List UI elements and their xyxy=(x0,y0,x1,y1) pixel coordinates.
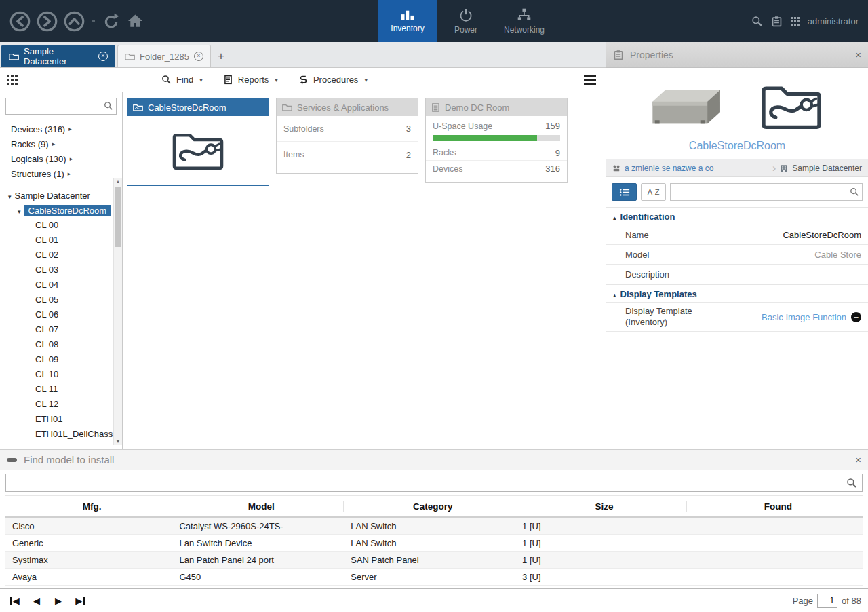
tab-networking[interactable]: Networking xyxy=(495,0,553,42)
card-services-applications[interactable]: Services & Applications Subfolders 3 Ite… xyxy=(276,98,418,174)
catalog-grid-button[interactable] xyxy=(7,75,18,85)
column-header-mfg[interactable]: Mfg. xyxy=(5,501,172,512)
tasks-button[interactable] xyxy=(771,16,783,27)
tree-node-root[interactable]: Sample Datacenter xyxy=(0,188,122,203)
tab-power[interactable]: Power xyxy=(437,0,495,42)
object-icon xyxy=(612,164,620,172)
sidebar-item-devices[interactable]: Devices (316) xyxy=(0,121,122,136)
new-tab-button[interactable] xyxy=(213,47,229,65)
properties-search-input[interactable] xyxy=(670,183,863,201)
alphabetical-view-button[interactable]: A-Z xyxy=(641,183,666,201)
remove-template-icon[interactable] xyxy=(851,312,861,322)
model-table-header: Mfg. Model Category Size Found xyxy=(5,496,863,518)
refresh-button[interactable] xyxy=(102,12,121,31)
table-row[interactable]: Avaya G450 Server 3 [U] xyxy=(5,569,863,586)
reports-menu[interactable]: Reports xyxy=(223,75,278,85)
power-icon xyxy=(458,7,473,22)
tree-item[interactable]: CL 10 xyxy=(0,367,122,382)
user-menu[interactable]: administrator xyxy=(808,16,859,26)
back-button[interactable] xyxy=(9,11,31,32)
table-row[interactable]: Cisco Catalyst WS-2960S-24TS- LAN Switch… xyxy=(5,518,863,535)
page-number-input[interactable] xyxy=(817,594,837,608)
stat-value: 3 xyxy=(406,123,411,134)
tab-inventory[interactable]: Inventory xyxy=(378,0,437,42)
sidebar-item-racks[interactable]: Racks (9) xyxy=(0,136,122,151)
display-template-link[interactable]: Basic Image Function xyxy=(762,312,846,322)
up-button[interactable] xyxy=(64,11,85,32)
card-demo-dc-room[interactable]: Demo DC Room U-Space Usage 159 Racks 9 D… xyxy=(425,98,568,183)
section-identification[interactable]: Identification xyxy=(606,207,868,225)
grouped-view-button[interactable] xyxy=(612,183,637,201)
table-row[interactable]: Systimax Lan Patch Panel 24 port SAN Pat… xyxy=(5,552,863,569)
hamburger-menu-icon[interactable] xyxy=(584,79,596,81)
column-header-found[interactable]: Found xyxy=(687,501,863,512)
search-icon[interactable] xyxy=(104,101,113,111)
tree-item[interactable]: CL 07 xyxy=(0,322,122,337)
section-display-templates[interactable]: Display Templates xyxy=(606,284,868,303)
tree-item[interactable]: CL 05 xyxy=(0,292,122,307)
tree-item[interactable]: CL 11 xyxy=(0,382,122,397)
tree-item[interactable]: CL 08 xyxy=(0,337,122,352)
card-cablestore-room[interactable]: CableStoreDcRoom xyxy=(127,98,269,186)
apps-menu-button[interactable] xyxy=(791,17,800,26)
search-icon[interactable] xyxy=(850,187,859,197)
tree-item[interactable]: CL 03 xyxy=(0,263,122,278)
home-button[interactable] xyxy=(127,13,144,29)
previous-page-button[interactable]: ◀ xyxy=(28,593,45,608)
field-description[interactable]: Description xyxy=(606,264,868,284)
tree-item[interactable]: ETH01 xyxy=(0,412,122,427)
search-icon[interactable] xyxy=(846,478,857,489)
close-tab-icon[interactable] xyxy=(194,52,203,61)
collapse-icon[interactable] xyxy=(8,191,12,201)
tree-item[interactable]: CL 02 xyxy=(0,248,122,263)
field-name[interactable]: Name CableStoreDcRoom xyxy=(606,225,868,245)
find-menu[interactable]: Find xyxy=(161,75,203,85)
tree-item[interactable]: CL 00 xyxy=(0,218,122,233)
tree-item[interactable]: CL 09 xyxy=(0,352,122,367)
procedures-menu[interactable]: Procedures xyxy=(298,75,368,85)
sidebar-item-logicals[interactable]: Logicals (130) xyxy=(0,151,122,166)
field-value[interactable]: CableStoreDcRoom xyxy=(783,230,861,240)
server-device-image xyxy=(649,84,725,130)
last-page-button[interactable]: ▶ xyxy=(72,593,88,608)
table-row[interactable]: Generic Lan Switch Device LAN Switch 1 [… xyxy=(5,535,863,552)
scroll-up-icon[interactable]: ▲ xyxy=(114,179,122,184)
tree-item[interactable]: CL 04 xyxy=(0,278,122,292)
document-tab-strip: Sample Datacenter Folder_1285 xyxy=(0,42,606,68)
close-tab-icon[interactable] xyxy=(98,52,108,61)
tree-item[interactable]: CL 06 xyxy=(0,307,122,322)
tree-scrollbar[interactable]: ▲ ▼ xyxy=(113,178,122,445)
close-properties-icon[interactable] xyxy=(855,49,861,60)
breadcrumb-object[interactable]: a zmienie se nazwe a co xyxy=(612,164,713,173)
search-icon xyxy=(161,75,172,85)
column-header-model[interactable]: Model xyxy=(172,501,344,512)
forward-button[interactable] xyxy=(37,11,58,32)
tree-node-selected[interactable]: CableStoreDcRoom xyxy=(0,203,122,218)
column-header-size[interactable]: Size xyxy=(515,501,687,512)
sidebar-search-input[interactable] xyxy=(5,98,117,115)
diagram-canvas[interactable]: CableStoreDcRoom xyxy=(123,92,606,449)
collapse-icon[interactable] xyxy=(18,206,21,216)
doc-tab-folder-1285[interactable]: Folder_1285 xyxy=(117,45,211,67)
first-page-button[interactable]: ◀ xyxy=(7,593,23,608)
field-value[interactable]: Cable Store xyxy=(814,250,861,260)
next-page-button[interactable]: ▶ xyxy=(50,593,66,608)
close-panel-icon[interactable] xyxy=(855,454,861,465)
model-search-input[interactable] xyxy=(5,474,863,492)
field-display-template[interactable]: Display Template (Inventory) Basic Image… xyxy=(606,302,868,332)
tree-item[interactable]: CL 12 xyxy=(0,397,122,412)
global-search-button[interactable] xyxy=(751,16,763,27)
scroll-down-icon[interactable]: ▼ xyxy=(114,439,122,444)
collapse-panel-icon[interactable] xyxy=(7,458,17,462)
doc-tab-sample-datacenter[interactable]: Sample Datacenter xyxy=(1,45,115,67)
page-total-label: of 88 xyxy=(842,596,861,606)
tree-item[interactable]: ETH01L_DellChass xyxy=(0,427,122,442)
breadcrumb-parent[interactable]: Sample Datacenter xyxy=(780,164,862,173)
tree-item[interactable]: CL 01 xyxy=(0,233,122,248)
sidebar-item-structures[interactable]: Structures (1) xyxy=(0,166,122,181)
rack-icon xyxy=(431,103,440,112)
column-header-category[interactable]: Category xyxy=(344,501,515,512)
field-model[interactable]: Model Cable Store xyxy=(606,244,868,265)
cell-model: Catalyst WS-2960S-24TS- xyxy=(172,521,344,531)
scrollbar-thumb[interactable] xyxy=(115,187,121,247)
